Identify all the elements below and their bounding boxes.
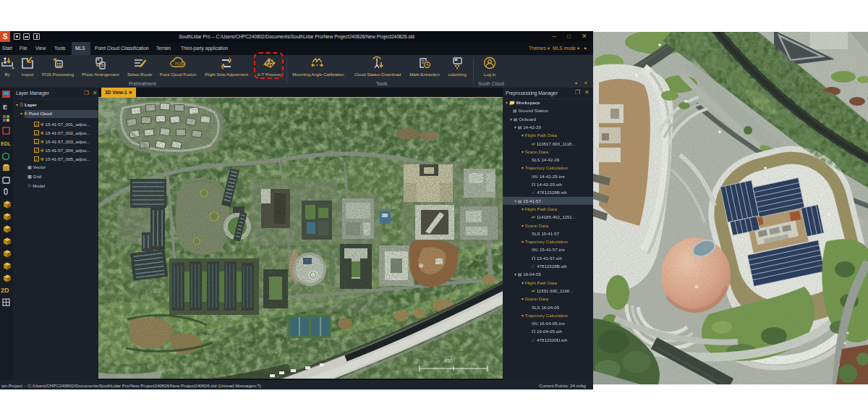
svg-text:P: P xyxy=(101,64,104,68)
svg-text:POS: POS xyxy=(175,62,184,66)
svg-text:EDL: EDL xyxy=(1,141,12,146)
svg-text:450: 450 xyxy=(444,358,453,363)
svg-text:2D: 2D xyxy=(1,287,9,294)
svg-text:E: E xyxy=(3,104,7,111)
